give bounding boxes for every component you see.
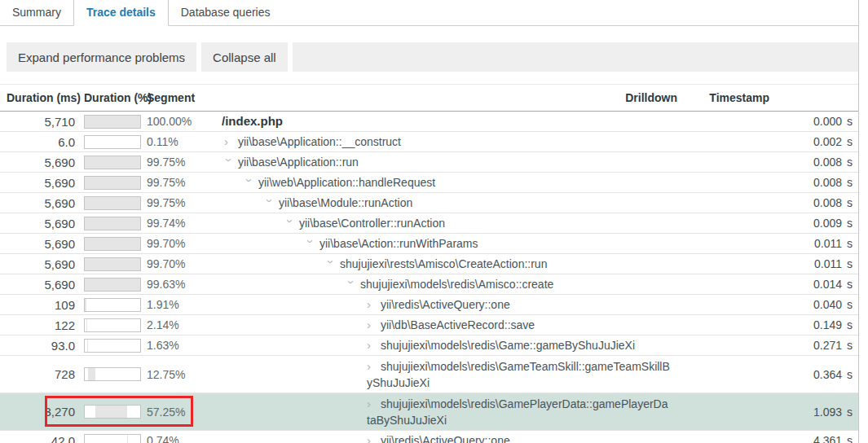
expand-chevron-icon[interactable]: ›	[367, 299, 377, 310]
duration-ms-value: 5,690	[0, 237, 78, 251]
table-row[interactable]: 93.01.63%›shujujiexi\models\redis\Game::…	[0, 336, 858, 356]
duration-pct-value: 99.75%	[147, 156, 220, 169]
table-row[interactable]: 5,69099.70%›yii\base\Action::runWithPara…	[0, 234, 858, 254]
duration-ms-value: 5,690	[0, 257, 78, 271]
duration-pct-value: 99.75%	[147, 176, 220, 189]
duration-ms-value: 5,690	[0, 217, 78, 230]
duration-ms-value: 5,690	[0, 196, 78, 210]
timestamp-cell: 0.011s	[775, 237, 858, 250]
collapse-all-button[interactable]: Collapse all	[201, 42, 288, 72]
collapse-chevron-icon[interactable]: ›	[264, 199, 275, 208]
timestamp-cell: 4.361s	[775, 434, 858, 443]
table-row[interactable]: 6.00.11%›yii\base\Application::__constru…	[0, 132, 858, 152]
duration-bar-fill	[85, 238, 140, 250]
expand-chevron-icon[interactable]: ›	[367, 319, 377, 331]
timestamp-unit: s	[847, 237, 853, 250]
duration-pct-value: 99.63%	[147, 278, 220, 291]
collapse-chevron-icon[interactable]: ›	[346, 280, 357, 290]
segment-cell: ›yii\web\Application::handleRequest	[220, 173, 677, 192]
table-row[interactable]: 5,69099.75%›yii\base\Application::run0.0…	[0, 152, 858, 173]
duration-pct-value: 1.91%	[147, 298, 220, 311]
table-body: 5,710100.00%/index.php0.000s6.00.11%›yii…	[0, 112, 858, 443]
table-row[interactable]: 72812.75%›shujujiexi\models\redis\GameTe…	[0, 356, 858, 393]
table-row[interactable]: 5,69099.70%›shujujiexi\rests\Amisco\Crea…	[0, 254, 858, 274]
timestamp-unit: s	[847, 406, 853, 419]
duration-bar	[84, 135, 141, 149]
expand-performance-problems-button[interactable]: Expand performance problems	[7, 42, 196, 72]
duration-bar-cell	[78, 237, 147, 251]
timestamp-value: 0.002	[813, 135, 842, 148]
table-row[interactable]: 42.00.74%›yii\redis\ActiveQuery::one4.36…	[0, 431, 858, 443]
segment-label: yii\base\Application::run	[238, 156, 359, 169]
tab-database-queries[interactable]: Database queries	[169, 0, 283, 25]
duration-ms-value: 122	[0, 318, 78, 332]
table-row[interactable]: 5,69099.75%›yii\web\Application::handleR…	[0, 173, 858, 193]
duration-bar-cell	[78, 115, 147, 129]
table-row[interactable]: 1222.14%›yii\db\BaseActiveRecord::save0.…	[0, 315, 858, 336]
collapse-chevron-icon[interactable]: ›	[284, 219, 296, 229]
timestamp-cell: 0.008s	[775, 196, 858, 209]
duration-bar-cell	[78, 367, 147, 381]
tab-summary[interactable]: Summary	[0, 0, 73, 25]
duration-bar-cell	[78, 405, 147, 419]
tab-bar: SummaryTrace detailsDatabase queries	[0, 0, 858, 26]
expand-chevron-icon[interactable]: ›	[367, 340, 377, 351]
duration-bar-cell	[78, 339, 147, 353]
duration-bar-cell	[78, 318, 147, 332]
toolbar-filler	[293, 42, 858, 72]
segment-cell: ›yii\redis\ActiveQuery::one	[220, 295, 677, 314]
segment-label: shujujiexi\models\redis\GameTeamSkill::g…	[367, 360, 670, 389]
duration-bar-fill	[127, 435, 128, 443]
duration-ms-value: 6.0	[0, 135, 78, 149]
duration-bar-fill	[85, 177, 140, 189]
duration-bar-fill	[87, 340, 88, 352]
duration-bar	[84, 176, 141, 190]
table-row[interactable]: 5,69099.74%›yii\base\Controller::runActi…	[0, 213, 858, 234]
timestamp-value: 1.093	[813, 406, 842, 419]
tab-trace-details[interactable]: Trace details	[73, 0, 169, 26]
timestamp-value: 0.011	[814, 237, 842, 250]
timestamp-cell: 0.000s	[775, 115, 858, 128]
expand-chevron-icon[interactable]: ›	[367, 361, 377, 372]
duration-pct-value: 99.74%	[147, 217, 220, 230]
header-duration-pct: Duration (%)	[84, 91, 147, 104]
collapse-chevron-icon[interactable]: ›	[244, 178, 255, 188]
timestamp-cell: 0.040s	[775, 298, 858, 311]
table-row[interactable]: 5,69099.75%›yii\base\Module::runAction0.…	[0, 193, 858, 213]
timestamp-unit: s	[847, 156, 853, 169]
expand-chevron-icon[interactable]: ›	[224, 136, 234, 147]
duration-bar	[84, 237, 141, 251]
timestamp-cell: 0.364s	[775, 368, 858, 381]
table-row[interactable]: 5,69099.63%›shujujiexi\models\redis\Amis…	[0, 274, 858, 295]
segment-cell: ›yii\base\Module::runAction	[220, 193, 677, 213]
header-duration-ms: Duration (ms)	[0, 91, 78, 104]
segment-label: shujujiexi\models\redis\Amisco::create	[360, 278, 553, 291]
table-row[interactable]: 3,27057.25%›shujujiexi\models\redis\Game…	[0, 393, 858, 431]
segment-cell: ›shujujiexi\models\redis\GameTeamSkill::…	[220, 357, 677, 393]
duration-bar-cell	[78, 257, 147, 271]
expand-chevron-icon[interactable]: ›	[367, 398, 377, 410]
timestamp-cell: 0.149s	[775, 318, 858, 331]
timestamp-value: 0.000	[813, 115, 842, 128]
segment-label: yii\redis\ActiveQuery::one	[381, 298, 510, 311]
trace-details-panel: SummaryTrace detailsDatabase queries Exp…	[0, 0, 859, 443]
timestamp-unit: s	[847, 196, 853, 209]
table-row[interactable]: 1091.91%›yii\redis\ActiveQuery::one0.040…	[0, 295, 858, 315]
timestamp-value: 0.040	[813, 298, 842, 311]
duration-bar	[84, 318, 141, 332]
segment-cell: ›shujujiexi\models\redis\Amisco::create	[220, 274, 677, 294]
expand-chevron-icon[interactable]: ›	[367, 435, 377, 443]
table-row[interactable]: 5,710100.00%/index.php0.000s	[0, 112, 858, 132]
segment-cell: ›yii\base\Action::runWithParams	[220, 234, 677, 253]
collapse-chevron-icon[interactable]: ›	[223, 158, 235, 168]
timestamp-cell: 0.008s	[775, 176, 858, 189]
timestamp-unit: s	[847, 339, 853, 352]
duration-pct-value: 12.75%	[147, 368, 220, 381]
timestamp-unit: s	[847, 217, 853, 230]
collapse-chevron-icon[interactable]: ›	[325, 260, 337, 270]
segment-cell: ›shujujiexi\rests\Amisco\CreateAction::r…	[220, 254, 677, 274]
collapse-chevron-icon[interactable]: ›	[305, 239, 316, 249]
duration-bar	[84, 217, 141, 230]
duration-pct-value: 99.70%	[147, 257, 220, 270]
segment-label: yii\base\Module::runAction	[279, 196, 412, 209]
